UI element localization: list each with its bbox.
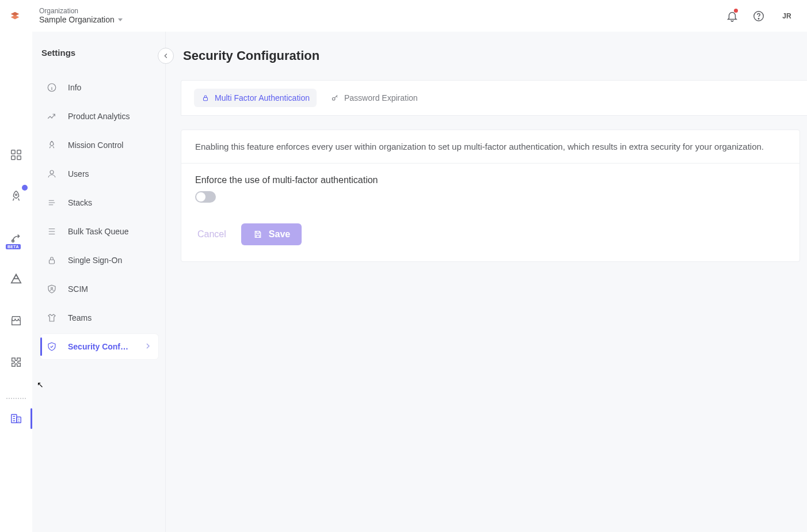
subnav-item-teams[interactable]: Teams	[40, 305, 158, 330]
svg-rect-12	[50, 260, 55, 264]
subnav-item-label: Users	[68, 169, 89, 178]
stacks-icon	[46, 197, 58, 208]
analytics-icon	[46, 111, 58, 122]
tab-label: Multi Factor Authentication	[215, 93, 310, 102]
svg-point-1	[758, 18, 759, 18]
user-avatar[interactable]: JR	[778, 7, 795, 25]
rail-badge-dot-icon	[22, 185, 28, 191]
svg-rect-4	[12, 156, 15, 159]
subnav-item-label: Bulk Task Queue	[68, 227, 129, 236]
topbar: Organization Sample Organization JR	[0, 0, 807, 32]
app-shell: BETA Settings Info Product Analytics Mis…	[0, 32, 807, 532]
subnav-item-label: Teams	[68, 313, 92, 322]
subnav-item-info[interactable]: Info	[40, 75, 158, 100]
lock-icon	[46, 254, 58, 266]
mfa-panel: Enabling this feature enforces every use…	[181, 130, 800, 262]
svg-point-6	[16, 194, 17, 196]
tab-mfa[interactable]: Multi Factor Authentication	[194, 89, 317, 107]
subnav-item-product-analytics[interactable]: Product Analytics	[40, 104, 158, 129]
page-title: Security Configuration	[183, 48, 319, 63]
tab-label: Password Expiration	[344, 93, 418, 102]
svg-rect-9	[17, 417, 21, 423]
mfa-toggle-label: Enforce the use of multi-factor authenti…	[195, 175, 786, 185]
settings-subnav: Settings Info Product Analytics Mission …	[32, 32, 166, 532]
rail-item-org-settings[interactable]	[8, 411, 24, 427]
rail-item-integrations[interactable]	[8, 354, 24, 370]
org-label: Organization	[39, 7, 123, 15]
shield-check-icon	[46, 341, 58, 352]
tab-password-expiration[interactable]: Password Expiration	[323, 89, 425, 107]
key-icon	[330, 93, 340, 102]
svg-rect-14	[204, 97, 208, 100]
svg-rect-5	[17, 156, 21, 159]
rail-item-automate[interactable]	[8, 271, 24, 287]
org-name-text: Sample Organization	[39, 15, 115, 25]
subnav-item-bulk-task-queue[interactable]: Bulk Task Queue	[40, 219, 158, 244]
help-icon[interactable]	[752, 9, 766, 23]
svg-rect-2	[12, 150, 15, 154]
mission-icon	[46, 139, 58, 151]
chevron-down-icon	[118, 18, 123, 21]
subnav-item-security-config[interactable]: Security Conf…	[40, 334, 158, 359]
back-button[interactable]	[158, 48, 174, 64]
page-header: Security Configuration	[166, 48, 807, 80]
panel-body: Enforce the use of multi-factor authenti…	[181, 164, 800, 261]
topbar-actions: JR	[725, 7, 795, 25]
subnav-item-stacks[interactable]: Stacks	[40, 190, 158, 215]
subnav-item-mission-control[interactable]: Mission Control	[40, 132, 158, 158]
panel-description: Enabling this feature enforces every use…	[181, 130, 800, 164]
cancel-button[interactable]: Cancel	[195, 225, 229, 244]
subnav-item-label: Mission Control	[68, 140, 123, 150]
save-button[interactable]: Save	[241, 223, 302, 245]
subnav-item-label: SCIM	[68, 284, 88, 294]
panel-actions: Cancel Save	[195, 223, 786, 245]
subnav-item-users[interactable]: Users	[40, 161, 158, 187]
app-logo-icon	[7, 8, 23, 24]
rail-item-launch[interactable]	[8, 188, 24, 204]
nav-rail: BETA	[0, 32, 32, 532]
subnav-item-label: Single Sign-On	[68, 256, 122, 265]
save-button-label: Save	[269, 229, 290, 240]
rail-item-marketplace[interactable]	[8, 313, 24, 329]
shield-user-icon	[46, 283, 58, 295]
save-icon	[253, 229, 263, 240]
subnav-item-label: Stacks	[68, 198, 92, 207]
subnav-item-label: Security Conf…	[68, 342, 128, 351]
main-content: Security Configuration Multi Factor Auth…	[166, 32, 807, 532]
queue-icon	[46, 226, 58, 237]
org-selector[interactable]: Organization Sample Organization	[39, 7, 123, 25]
rail-divider	[6, 398, 26, 399]
mfa-toggle[interactable]	[195, 191, 216, 203]
subnav-item-label: Product Analytics	[68, 112, 130, 121]
shirt-icon	[46, 312, 58, 324]
user-icon	[46, 168, 58, 180]
notifications-icon[interactable]	[725, 9, 739, 23]
lock-icon	[201, 93, 210, 102]
notification-dot-icon	[734, 9, 738, 13]
beta-badge: BETA	[6, 244, 21, 249]
info-icon	[46, 82, 58, 93]
chevron-right-icon	[143, 341, 153, 352]
org-name[interactable]: Sample Organization	[39, 15, 123, 25]
svg-point-13	[51, 287, 53, 289]
rail-item-dashboard[interactable]	[8, 147, 24, 163]
svg-point-11	[50, 170, 54, 174]
subnav-item-scim[interactable]: SCIM	[40, 276, 158, 302]
svg-point-15	[332, 97, 335, 100]
rail-item-devloop[interactable]: BETA	[8, 230, 24, 246]
subnav-item-label: Info	[68, 83, 81, 92]
subnav-title: Settings	[40, 48, 158, 58]
subnav-item-sso[interactable]: Single Sign-On	[40, 248, 158, 273]
tab-bar: Multi Factor Authentication Password Exp…	[181, 80, 807, 116]
svg-rect-3	[17, 150, 21, 154]
